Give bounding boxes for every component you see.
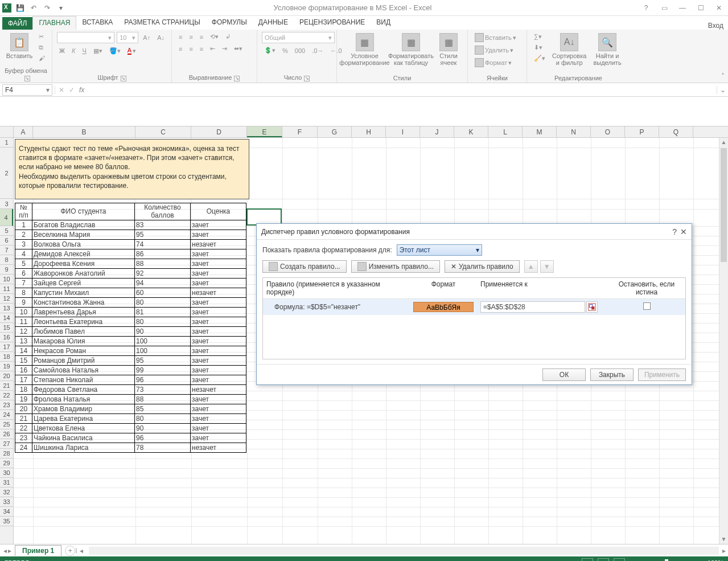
cell-pts[interactable]: 92	[135, 269, 191, 279]
edit-rule-button[interactable]: Изменить правило...	[351, 260, 440, 273]
table-row[interactable]: 20Храмов Владимир85зачет	[15, 404, 246, 414]
login-link[interactable]: Вход	[708, 22, 728, 30]
fill-color-icon[interactable]: 🪣▾	[107, 46, 123, 56]
percent-icon[interactable]: %	[280, 46, 290, 55]
copy-icon[interactable]: ⧉	[36, 43, 47, 52]
col-header-F[interactable]: F	[282, 126, 318, 137]
row-header-3[interactable]: 3	[0, 199, 13, 209]
align-center-icon[interactable]: ≡	[187, 44, 195, 54]
row-header-10[interactable]: 10	[0, 275, 13, 284]
cell-fio[interactable]: Веселкина Мария	[32, 230, 135, 240]
tab-данные[interactable]: ДАННЫЕ	[253, 16, 294, 30]
cell-pts[interactable]: 74	[135, 240, 191, 249]
row-header-9[interactable]: 9	[0, 265, 13, 275]
cell-pts[interactable]: 86	[135, 249, 191, 259]
table-row[interactable]: 8Капустин Михаил60незачет	[15, 288, 246, 298]
cell-n[interactable]: 9	[15, 298, 32, 308]
move-rule-down-button[interactable]: ▼	[540, 260, 554, 273]
qat-customize-icon[interactable]: ▾	[56, 3, 66, 13]
cell-pts[interactable]: 90	[135, 327, 191, 337]
apply-button[interactable]: Применить	[638, 368, 686, 381]
font-size-select[interactable]: 10▾	[117, 32, 138, 43]
cell-fio[interactable]: Макарова Юлия	[32, 337, 135, 346]
cell-pts[interactable]: 100	[135, 337, 191, 346]
cell-grd[interactable]: незачет	[191, 240, 246, 249]
cell-grd[interactable]: зачет	[191, 337, 246, 346]
hscroll-track[interactable]	[89, 547, 719, 555]
hscroll-left-icon[interactable]: ◂	[80, 547, 83, 555]
align-top-icon[interactable]: ≡	[176, 32, 184, 42]
orientation-icon[interactable]: ⟲▾	[208, 32, 221, 42]
cell-n[interactable]: 24	[15, 443, 32, 453]
view-page-break-icon[interactable]	[614, 558, 625, 561]
cell-grd[interactable]: зачет	[191, 356, 246, 366]
col-header-Q[interactable]: Q	[659, 126, 693, 137]
cell-fio[interactable]: Любимов Павел	[32, 327, 135, 337]
sheet-nav-first-icon[interactable]: ◂	[3, 547, 7, 555]
cell-grd[interactable]: зачет	[191, 279, 246, 288]
row-header-23[interactable]: 23	[0, 400, 13, 410]
table-row[interactable]: 6Жаворонков Анатолий92зачет	[15, 269, 246, 279]
cell-n[interactable]: 12	[15, 327, 32, 337]
cell-fio[interactable]: Цветкова Елена	[32, 424, 135, 433]
font-color-icon[interactable]: A▾	[125, 46, 138, 56]
increase-decimal-icon[interactable]: .0→	[310, 46, 326, 55]
cell-pts[interactable]: 60	[135, 288, 191, 298]
cell-pts[interactable]: 100	[135, 346, 191, 356]
cell-fio[interactable]: Демидов Алексей	[32, 249, 135, 259]
merge-center-icon[interactable]: ⬌▾	[232, 44, 245, 54]
tab-рецензирование[interactable]: РЕЦЕНЗИРОВАНИЕ	[294, 16, 371, 30]
table-row[interactable]: 23Чайкина Василиса96зачет	[15, 433, 246, 443]
cell-fio[interactable]: Лаврентьева Дарья	[32, 308, 135, 317]
ribbon-collapse-icon[interactable]: ˄	[721, 72, 725, 80]
comma-icon[interactable]: 000	[293, 46, 307, 55]
hscroll-split-icon[interactable]: ⁞	[75, 547, 77, 555]
cell-pts[interactable]: 78	[135, 443, 191, 453]
borders-icon[interactable]: ▦▾	[91, 46, 105, 56]
cell-n[interactable]: 17	[15, 375, 32, 385]
select-all-corner[interactable]	[0, 126, 14, 137]
table-row[interactable]: 21Царева Екатерина80зачет	[15, 414, 246, 424]
row-header-33[interactable]: 33	[0, 497, 13, 507]
ok-button[interactable]: ОК	[542, 368, 586, 381]
tab-разметка страницы[interactable]: РАЗМЕТКА СТРАНИЦЫ	[118, 16, 206, 30]
table-row[interactable]: 18Федорова Светлана73незачет	[15, 385, 246, 395]
cell-n[interactable]: 15	[15, 356, 32, 366]
move-rule-up-button[interactable]: ▲	[524, 260, 538, 273]
col-header-C[interactable]: C	[135, 126, 191, 137]
currency-icon[interactable]: 💲▾	[262, 46, 278, 55]
stop-if-true-checkbox[interactable]	[643, 302, 651, 310]
new-rule-button[interactable]: Создать правило...	[262, 260, 347, 273]
cell-pts[interactable]: 88	[135, 259, 191, 269]
close-icon[interactable]: ✕	[712, 4, 726, 12]
row-header-2[interactable]: 2	[0, 148, 13, 199]
sheet-nav-last-icon[interactable]: ▸	[8, 547, 11, 555]
redo-icon[interactable]: ↷	[42, 3, 52, 13]
tab-вид[interactable]: ВИД	[371, 16, 396, 30]
cell-grd[interactable]: зачет	[191, 395, 246, 404]
close-button[interactable]: Закрыть	[590, 368, 634, 381]
cell-grd[interactable]: зачет	[191, 230, 246, 240]
format-cells-button[interactable]: Формат ▾	[472, 57, 522, 68]
table-row[interactable]: 9Константинова Жанна80зачет	[15, 298, 246, 308]
row-header-31[interactable]: 31	[0, 478, 13, 488]
cell-fio[interactable]: Федорова Светлана	[32, 385, 135, 395]
row-header-34[interactable]: 34	[0, 507, 13, 517]
increase-font-icon[interactable]: A↑	[141, 32, 153, 43]
cell-n[interactable]: 6	[15, 269, 32, 279]
row-header-20[interactable]: 20	[0, 371, 13, 381]
cell-fio[interactable]: Шишкина Лариса	[32, 443, 135, 453]
cell-grd[interactable]: зачет	[191, 366, 246, 375]
align-right-icon[interactable]: ≡	[198, 44, 205, 54]
cell-fio[interactable]: Степанов Николай	[32, 375, 135, 385]
cell-fio[interactable]: Леонтьева Екатерина	[32, 317, 135, 327]
cell-grd[interactable]: зачет	[191, 327, 246, 337]
cell-n[interactable]: 19	[15, 395, 32, 404]
vertical-scrollbar[interactable]: ▲ ▼	[719, 138, 728, 544]
cell-n[interactable]: 5	[15, 259, 32, 269]
cell-pts[interactable]: 80	[135, 298, 191, 308]
cell-grd[interactable]: зачет	[191, 249, 246, 259]
row-header-32[interactable]: 32	[0, 488, 13, 497]
table-row[interactable]: 19Фролова Наталья88зачет	[15, 395, 246, 404]
fill-icon[interactable]: ⬇▾	[532, 43, 548, 52]
